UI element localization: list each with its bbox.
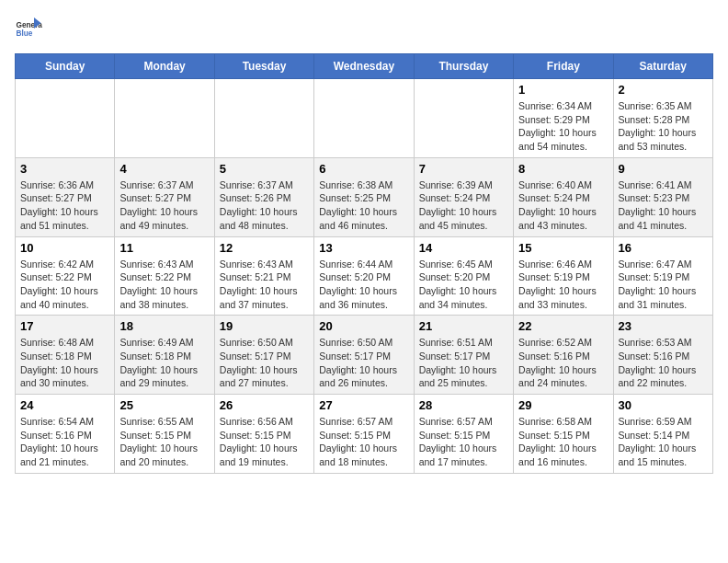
calendar-cell: 29Sunrise: 6:58 AMSunset: 5:15 PMDayligh… <box>514 395 613 474</box>
calendar-week: 24Sunrise: 6:54 AMSunset: 5:16 PMDayligh… <box>16 395 713 474</box>
day-info: Sunrise: 6:34 AMSunset: 5:29 PMDaylight:… <box>518 99 608 154</box>
calendar-cell: 13Sunrise: 6:44 AMSunset: 5:20 PMDayligh… <box>314 236 414 316</box>
day-info: Sunrise: 6:58 AMSunset: 5:15 PMDaylight:… <box>518 415 608 469</box>
day-info: Sunrise: 6:37 AMSunset: 5:26 PMDaylight:… <box>220 178 309 233</box>
calendar-cell <box>16 79 115 158</box>
day-number: 15 <box>518 241 608 255</box>
calendar-cell: 22Sunrise: 6:52 AMSunset: 5:16 PMDayligh… <box>514 316 613 395</box>
calendar-cell: 15Sunrise: 6:46 AMSunset: 5:19 PMDayligh… <box>514 236 613 316</box>
day-number: 11 <box>119 241 209 255</box>
day-number: 17 <box>20 319 109 333</box>
calendar-cell: 10Sunrise: 6:42 AMSunset: 5:22 PMDayligh… <box>16 236 115 316</box>
calendar-cell: 9Sunrise: 6:41 AMSunset: 5:23 PMDaylight… <box>613 157 712 236</box>
day-number: 7 <box>419 162 508 176</box>
calendar-cell: 19Sunrise: 6:50 AMSunset: 5:17 PMDayligh… <box>214 316 313 395</box>
day-info: Sunrise: 6:48 AMSunset: 5:18 PMDaylight:… <box>20 336 109 390</box>
day-info: Sunrise: 6:55 AMSunset: 5:15 PMDaylight:… <box>119 415 209 469</box>
day-number: 23 <box>619 319 708 333</box>
day-number: 20 <box>319 319 408 333</box>
calendar-cell: 23Sunrise: 6:53 AMSunset: 5:16 PMDayligh… <box>613 316 712 395</box>
calendar-cell: 7Sunrise: 6:39 AMSunset: 5:24 PMDaylight… <box>414 157 513 236</box>
calendar-cell: 17Sunrise: 6:48 AMSunset: 5:18 PMDayligh… <box>16 316 115 395</box>
day-number: 13 <box>319 241 408 255</box>
calendar-week: 17Sunrise: 6:48 AMSunset: 5:18 PMDayligh… <box>16 316 713 395</box>
day-number: 14 <box>419 241 508 255</box>
day-info: Sunrise: 6:47 AMSunset: 5:19 PMDaylight:… <box>619 258 708 312</box>
calendar-cell: 25Sunrise: 6:55 AMSunset: 5:15 PMDayligh… <box>115 395 214 474</box>
calendar-cell: 26Sunrise: 6:56 AMSunset: 5:15 PMDayligh… <box>214 395 313 474</box>
day-number: 30 <box>619 398 708 412</box>
day-number: 9 <box>619 162 708 176</box>
day-info: Sunrise: 6:49 AMSunset: 5:18 PMDaylight:… <box>119 336 209 390</box>
calendar-cell: 3Sunrise: 6:36 AMSunset: 5:27 PMDaylight… <box>16 157 115 236</box>
calendar-cell: 27Sunrise: 6:57 AMSunset: 5:15 PMDayligh… <box>314 395 414 474</box>
day-number: 5 <box>220 162 309 176</box>
day-number: 29 <box>518 398 608 412</box>
day-number: 16 <box>619 241 708 255</box>
logo: GeneralBlue <box>15 15 42 42</box>
day-info: Sunrise: 6:51 AMSunset: 5:17 PMDaylight:… <box>419 336 508 390</box>
weekday-header: Thursday <box>414 54 513 79</box>
day-info: Sunrise: 6:41 AMSunset: 5:23 PMDaylight:… <box>619 178 708 233</box>
day-number: 28 <box>419 398 508 412</box>
weekday-header: Friday <box>514 54 613 79</box>
day-info: Sunrise: 6:36 AMSunset: 5:27 PMDaylight:… <box>20 178 109 233</box>
calendar-cell <box>314 79 414 158</box>
calendar-cell: 12Sunrise: 6:43 AMSunset: 5:21 PMDayligh… <box>214 236 313 316</box>
calendar-cell: 4Sunrise: 6:37 AMSunset: 5:27 PMDaylight… <box>115 157 214 236</box>
calendar-week: 1Sunrise: 6:34 AMSunset: 5:29 PMDaylight… <box>16 79 713 158</box>
day-info: Sunrise: 6:37 AMSunset: 5:27 PMDaylight:… <box>119 178 209 233</box>
day-number: 2 <box>619 83 708 97</box>
weekday-header: Sunday <box>16 54 115 79</box>
calendar-cell: 16Sunrise: 6:47 AMSunset: 5:19 PMDayligh… <box>613 236 712 316</box>
day-number: 24 <box>20 398 109 412</box>
day-info: Sunrise: 6:52 AMSunset: 5:16 PMDaylight:… <box>518 336 608 390</box>
day-info: Sunrise: 6:50 AMSunset: 5:17 PMDaylight:… <box>319 336 408 390</box>
day-info: Sunrise: 6:43 AMSunset: 5:22 PMDaylight:… <box>119 258 209 312</box>
day-info: Sunrise: 6:57 AMSunset: 5:15 PMDaylight:… <box>319 415 408 469</box>
day-number: 27 <box>319 398 408 412</box>
day-info: Sunrise: 6:44 AMSunset: 5:20 PMDaylight:… <box>319 258 408 312</box>
calendar-cell: 28Sunrise: 6:57 AMSunset: 5:15 PMDayligh… <box>414 395 513 474</box>
day-number: 22 <box>518 319 608 333</box>
calendar-cell: 18Sunrise: 6:49 AMSunset: 5:18 PMDayligh… <box>115 316 214 395</box>
day-info: Sunrise: 6:46 AMSunset: 5:19 PMDaylight:… <box>518 258 608 312</box>
calendar-cell: 24Sunrise: 6:54 AMSunset: 5:16 PMDayligh… <box>16 395 115 474</box>
day-number: 12 <box>220 241 309 255</box>
day-number: 10 <box>20 241 109 255</box>
calendar-week: 3Sunrise: 6:36 AMSunset: 5:27 PMDaylight… <box>16 157 713 236</box>
calendar-cell: 20Sunrise: 6:50 AMSunset: 5:17 PMDayligh… <box>314 316 414 395</box>
calendar-table: SundayMondayTuesdayWednesdayThursdayFrid… <box>15 53 713 474</box>
day-number: 21 <box>419 319 508 333</box>
calendar-cell <box>414 79 513 158</box>
day-number: 25 <box>119 398 209 412</box>
logo-icon: GeneralBlue <box>15 15 42 42</box>
calendar-cell: 11Sunrise: 6:43 AMSunset: 5:22 PMDayligh… <box>115 236 214 316</box>
day-info: Sunrise: 6:35 AMSunset: 5:28 PMDaylight:… <box>619 99 708 154</box>
day-number: 3 <box>20 162 109 176</box>
day-number: 6 <box>319 162 408 176</box>
svg-text:Blue: Blue <box>17 29 33 38</box>
calendar-cell: 30Sunrise: 6:59 AMSunset: 5:14 PMDayligh… <box>613 395 712 474</box>
calendar-cell: 14Sunrise: 6:45 AMSunset: 5:20 PMDayligh… <box>414 236 513 316</box>
day-number: 4 <box>119 162 209 176</box>
day-info: Sunrise: 6:39 AMSunset: 5:24 PMDaylight:… <box>419 178 508 233</box>
day-number: 8 <box>518 162 608 176</box>
day-number: 18 <box>119 319 209 333</box>
calendar-header: SundayMondayTuesdayWednesdayThursdayFrid… <box>16 54 713 79</box>
day-info: Sunrise: 6:57 AMSunset: 5:15 PMDaylight:… <box>419 415 508 469</box>
calendar-cell: 2Sunrise: 6:35 AMSunset: 5:28 PMDaylight… <box>613 79 712 158</box>
day-info: Sunrise: 6:54 AMSunset: 5:16 PMDaylight:… <box>20 415 109 469</box>
calendar-cell: 1Sunrise: 6:34 AMSunset: 5:29 PMDaylight… <box>514 79 613 158</box>
calendar-cell: 21Sunrise: 6:51 AMSunset: 5:17 PMDayligh… <box>414 316 513 395</box>
weekday-header: Saturday <box>613 54 712 79</box>
weekday-header: Monday <box>115 54 214 79</box>
calendar-cell: 6Sunrise: 6:38 AMSunset: 5:25 PMDaylight… <box>314 157 414 236</box>
day-info: Sunrise: 6:50 AMSunset: 5:17 PMDaylight:… <box>220 336 309 390</box>
page-header: GeneralBlue <box>15 15 713 42</box>
calendar-cell <box>214 79 313 158</box>
calendar-week: 10Sunrise: 6:42 AMSunset: 5:22 PMDayligh… <box>16 236 713 316</box>
weekday-header: Tuesday <box>214 54 313 79</box>
day-info: Sunrise: 6:43 AMSunset: 5:21 PMDaylight:… <box>220 258 309 312</box>
day-number: 19 <box>220 319 309 333</box>
